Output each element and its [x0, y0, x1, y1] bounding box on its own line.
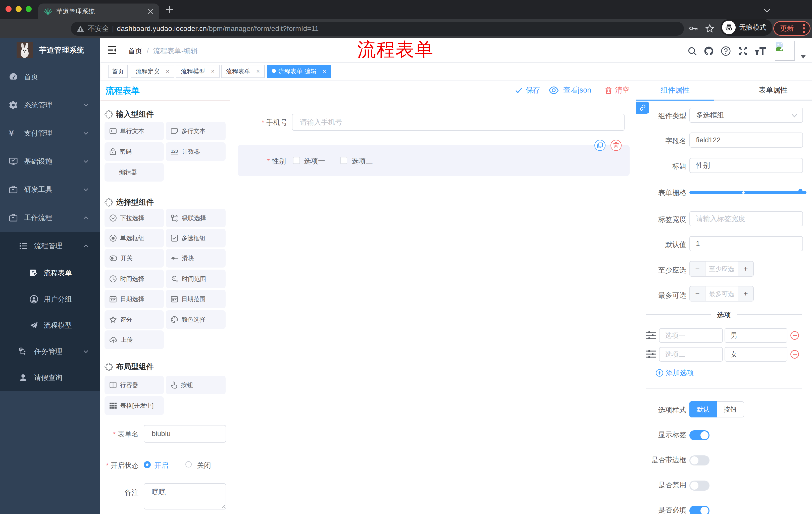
svg-text:123: 123 [171, 149, 178, 154]
